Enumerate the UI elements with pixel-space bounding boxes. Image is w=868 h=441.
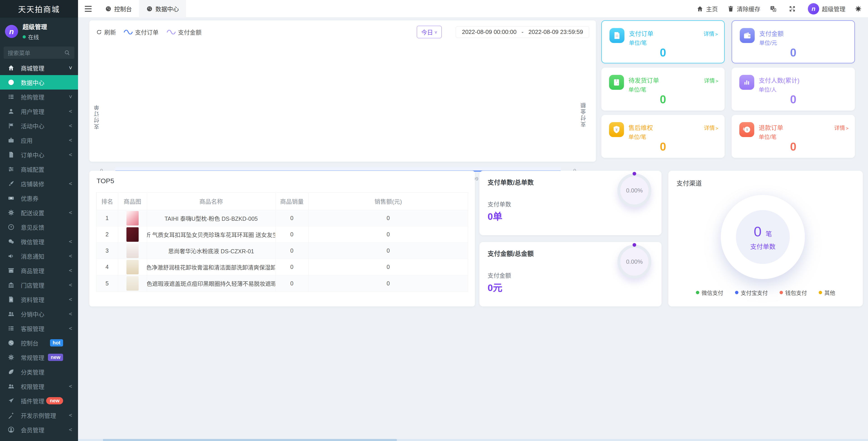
column-header: 排名 bbox=[96, 192, 118, 210]
table-row[interactable]: 4 烙色净澈舒润桂花卸妆膏温和清洁面部洗卸清爽保湿卸妆 0 0 bbox=[96, 259, 468, 275]
sidebar-item[interactable]: 优惠券 bbox=[0, 191, 78, 206]
topbar-action[interactable] bbox=[770, 5, 779, 12]
top5-title: TOP5 bbox=[97, 177, 114, 185]
stat-unit: 单位/笔 bbox=[629, 38, 647, 46]
topbar-action[interactable] bbox=[789, 5, 798, 12]
sidebar-item[interactable]: 商品管理 bbox=[0, 263, 78, 278]
menu-icon bbox=[8, 238, 14, 245]
detail-link[interactable]: 详情 bbox=[834, 124, 848, 131]
stat-title: 支付金额 bbox=[759, 29, 784, 38]
sidebar-item[interactable]: 应用 bbox=[0, 133, 78, 148]
menu-icon bbox=[8, 137, 14, 144]
menu-icon bbox=[8, 224, 14, 230]
tab-label: 控制台 bbox=[114, 4, 132, 13]
sidebar-menu: 商城管理 数据中心 抢购管理 用户管理 bbox=[0, 61, 78, 437]
sidebar-item[interactable]: 分类管理 bbox=[0, 365, 78, 379]
detail-link[interactable]: 详情 bbox=[703, 29, 718, 37]
topbar-user[interactable]: n 超级管理 bbox=[808, 3, 845, 14]
sidebar-item[interactable]: 控制台 hot bbox=[0, 336, 78, 350]
legend-item[interactable]: 支付宝支付 bbox=[735, 289, 768, 296]
legend-item[interactable]: 其他 bbox=[819, 289, 835, 296]
channel-unit: 笔 bbox=[766, 229, 772, 238]
tab-label: 数据中心 bbox=[155, 4, 179, 13]
legend-item[interactable]: 微信支付 bbox=[696, 289, 723, 296]
sidebar-item[interactable]: 配送设置 bbox=[0, 206, 78, 220]
sidebar-item-label: 开发示例管理 bbox=[21, 411, 65, 419]
sidebar-item[interactable]: 活动中心 bbox=[0, 119, 78, 133]
stat-value: 0 bbox=[732, 46, 855, 59]
range-separator: - bbox=[522, 29, 524, 35]
topbar-action[interactable]: 清除缓存 bbox=[727, 4, 761, 13]
scrollbar-thumb[interactable] bbox=[103, 439, 397, 441]
image-cell bbox=[118, 275, 147, 291]
sidebar-item[interactable]: 常规管理 new bbox=[0, 350, 78, 365]
dashboard-icon bbox=[105, 6, 112, 12]
search-input[interactable]: 搜索菜单 bbox=[4, 46, 74, 59]
channel-donut: 0 笔 支付单数 bbox=[721, 195, 805, 279]
sidebar-item-label: 店铺装修 bbox=[21, 180, 65, 188]
sidebar-item[interactable]: 商城管理 bbox=[0, 61, 78, 75]
menu-icon bbox=[8, 311, 14, 317]
horizontal-scrollbar[interactable] bbox=[0, 439, 868, 441]
sidebar-item-label: 资料管理 bbox=[21, 295, 65, 304]
sidebar-item[interactable]: 抢购管理 bbox=[0, 90, 78, 104]
detail-link[interactable]: 详情 bbox=[704, 76, 718, 84]
legend-item[interactable]: 钱包支付 bbox=[780, 289, 807, 296]
detail-link[interactable]: 详情 bbox=[704, 124, 718, 131]
sidebar-item[interactable]: 资料管理 bbox=[0, 292, 78, 307]
sidebar-item[interactable]: 意见反馈 bbox=[0, 220, 78, 234]
table-row[interactable]: 1 TAIHI 泰嗨U型枕-粉色 DS-BZKD-005 0 0 bbox=[96, 210, 468, 226]
sidebar-item[interactable]: 分销中心 bbox=[0, 307, 78, 321]
image-cell bbox=[118, 210, 147, 226]
legend-item[interactable]: 支付订单 bbox=[124, 28, 158, 36]
stat-card: 退款订单 单位/笔 详情 0 bbox=[732, 115, 855, 158]
stat-card: 支付订单 单位/笔 详情 0 bbox=[601, 20, 724, 63]
refresh-button[interactable]: 刷新 bbox=[96, 28, 116, 36]
sidebar-item[interactable]: 订单中心 bbox=[0, 148, 78, 162]
sidebar-item[interactable]: 微信管理 bbox=[0, 234, 78, 249]
sidebar-item[interactable]: 用户管理 bbox=[0, 104, 78, 119]
menu-icon bbox=[8, 397, 14, 404]
period-select[interactable]: 今日 bbox=[417, 26, 442, 38]
sidebar-user[interactable]: n 超级管理 在线 bbox=[0, 18, 78, 44]
sidebar-item-label: 分销中心 bbox=[21, 310, 65, 318]
sidebar-item[interactable]: 会员管理 bbox=[0, 422, 78, 437]
sidebar-item[interactable]: 店铺装修 bbox=[0, 177, 78, 191]
amount-cell: 0 bbox=[308, 226, 468, 243]
sidebar-item-label: 权限管理 bbox=[21, 382, 65, 390]
sidebar-item[interactable]: 门店管理 bbox=[0, 278, 78, 292]
topbar: 控制台 数据中心 主页 清除缓存 bbox=[78, 0, 868, 18]
tab[interactable]: 控制台 bbox=[98, 0, 139, 18]
channel-label: 支付单数 bbox=[750, 242, 775, 251]
sidebar-item[interactable]: 数据中心 bbox=[0, 75, 78, 90]
chevron-icon bbox=[65, 267, 72, 274]
menu-icon bbox=[8, 426, 14, 433]
legend-item[interactable]: 支付金额 bbox=[167, 28, 202, 36]
legend-dot-icon bbox=[780, 291, 783, 294]
sidebar-item[interactable]: 开发示例管理 bbox=[0, 408, 78, 422]
sidebar-item[interactable]: 客服管理 bbox=[0, 321, 78, 336]
sidebar-item[interactable]: 消息通知 bbox=[0, 249, 78, 263]
table-row[interactable]: 2 卡忻 气质女耳扣耳坠女贝壳珍珠车花耳环耳圈 送女友生... 0 0 bbox=[96, 226, 468, 243]
sidebar-item-label: 客服管理 bbox=[21, 324, 65, 333]
sidebar-item[interactable]: 商城配置 bbox=[0, 162, 78, 177]
sidebar-item[interactable]: 权限管理 bbox=[0, 379, 78, 393]
topbar-actions: 主页 清除缓存 n 超级管理 bbox=[696, 0, 868, 18]
menu-icon bbox=[8, 93, 14, 100]
hamburger-menu-icon[interactable] bbox=[83, 4, 94, 14]
tab[interactable]: 数据中心 bbox=[139, 0, 186, 18]
menu-icon bbox=[8, 64, 14, 71]
menu-icon bbox=[8, 340, 14, 346]
stat-icon bbox=[739, 75, 754, 90]
settings-button[interactable] bbox=[855, 5, 862, 12]
menu-icon bbox=[8, 253, 14, 259]
topbar-action[interactable]: 主页 bbox=[696, 4, 718, 13]
menu-icon bbox=[8, 354, 14, 361]
chevron-icon bbox=[65, 94, 72, 100]
stat-unit: 单位/笔 bbox=[628, 132, 646, 140]
chevron-icon bbox=[65, 253, 72, 259]
table-row[interactable]: 5 烙色遮瑕液遮盖斑点痘印黑眼圈持久轻薄不易脱妆遮瑕... 0 0 bbox=[96, 275, 468, 291]
table-row[interactable]: 3 思尚奢华沁水粉底液 DS-CZXR-01 0 0 bbox=[96, 243, 468, 259]
sidebar-item[interactable]: 插件管理 new bbox=[0, 393, 78, 408]
date-range-input[interactable]: 2022-08-09 00:00:00 - 2022-08-09 23:59:5… bbox=[456, 26, 589, 38]
